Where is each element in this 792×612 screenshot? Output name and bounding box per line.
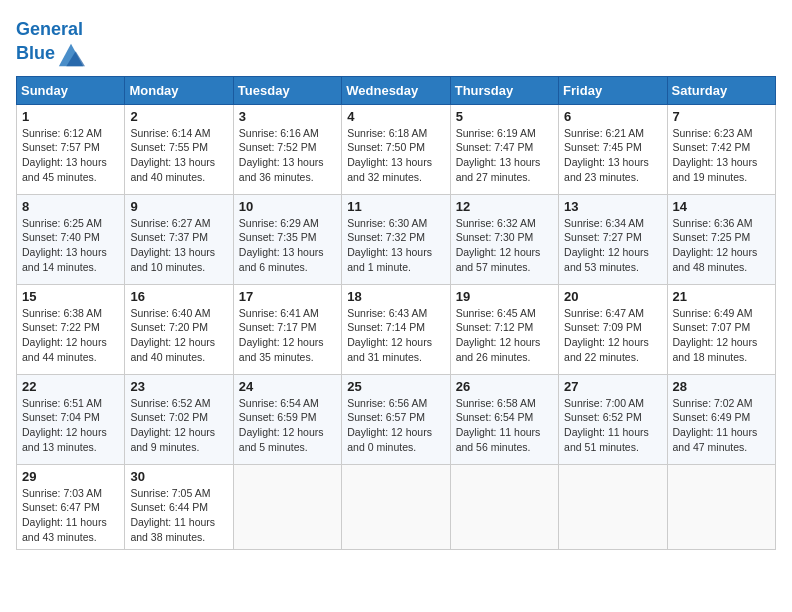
calendar-cell: 11Sunrise: 6:30 AMSunset: 7:32 PMDayligh… — [342, 194, 450, 284]
calendar-cell: 7Sunrise: 6:23 AMSunset: 7:42 PMDaylight… — [667, 104, 775, 194]
calendar: SundayMondayTuesdayWednesdayThursdayFrid… — [16, 76, 776, 550]
calendar-cell: 26Sunrise: 6:58 AMSunset: 6:54 PMDayligh… — [450, 374, 558, 464]
day-info: Sunrise: 6:18 AMSunset: 7:50 PMDaylight:… — [347, 126, 444, 185]
calendar-cell: 4Sunrise: 6:18 AMSunset: 7:50 PMDaylight… — [342, 104, 450, 194]
calendar-cell — [342, 464, 450, 549]
day-number: 18 — [347, 289, 444, 304]
calendar-cell: 14Sunrise: 6:36 AMSunset: 7:25 PMDayligh… — [667, 194, 775, 284]
calendar-cell: 19Sunrise: 6:45 AMSunset: 7:12 PMDayligh… — [450, 284, 558, 374]
day-number: 8 — [22, 199, 119, 214]
calendar-cell: 16Sunrise: 6:40 AMSunset: 7:20 PMDayligh… — [125, 284, 233, 374]
weekday-header-thursday: Thursday — [450, 76, 558, 104]
logo-icon — [57, 40, 85, 68]
day-info: Sunrise: 6:30 AMSunset: 7:32 PMDaylight:… — [347, 216, 444, 275]
day-info: Sunrise: 6:12 AMSunset: 7:57 PMDaylight:… — [22, 126, 119, 185]
calendar-cell: 25Sunrise: 6:56 AMSunset: 6:57 PMDayligh… — [342, 374, 450, 464]
day-number: 30 — [130, 469, 227, 484]
logo-text: General — [16, 20, 85, 40]
day-info: Sunrise: 6:25 AMSunset: 7:40 PMDaylight:… — [22, 216, 119, 275]
day-info: Sunrise: 6:36 AMSunset: 7:25 PMDaylight:… — [673, 216, 770, 275]
day-number: 6 — [564, 109, 661, 124]
calendar-cell: 5Sunrise: 6:19 AMSunset: 7:47 PMDaylight… — [450, 104, 558, 194]
day-info: Sunrise: 6:27 AMSunset: 7:37 PMDaylight:… — [130, 216, 227, 275]
day-info: Sunrise: 6:23 AMSunset: 7:42 PMDaylight:… — [673, 126, 770, 185]
calendar-cell — [559, 464, 667, 549]
day-number: 27 — [564, 379, 661, 394]
weekday-header-row: SundayMondayTuesdayWednesdayThursdayFrid… — [17, 76, 776, 104]
day-number: 13 — [564, 199, 661, 214]
calendar-cell: 22Sunrise: 6:51 AMSunset: 7:04 PMDayligh… — [17, 374, 125, 464]
day-number: 7 — [673, 109, 770, 124]
day-info: Sunrise: 6:56 AMSunset: 6:57 PMDaylight:… — [347, 396, 444, 455]
calendar-week-4: 22Sunrise: 6:51 AMSunset: 7:04 PMDayligh… — [17, 374, 776, 464]
calendar-cell: 18Sunrise: 6:43 AMSunset: 7:14 PMDayligh… — [342, 284, 450, 374]
calendar-cell: 24Sunrise: 6:54 AMSunset: 6:59 PMDayligh… — [233, 374, 341, 464]
day-info: Sunrise: 7:02 AMSunset: 6:49 PMDaylight:… — [673, 396, 770, 455]
calendar-cell: 20Sunrise: 6:47 AMSunset: 7:09 PMDayligh… — [559, 284, 667, 374]
calendar-cell: 3Sunrise: 6:16 AMSunset: 7:52 PMDaylight… — [233, 104, 341, 194]
day-info: Sunrise: 6:47 AMSunset: 7:09 PMDaylight:… — [564, 306, 661, 365]
day-info: Sunrise: 6:32 AMSunset: 7:30 PMDaylight:… — [456, 216, 553, 275]
calendar-cell: 23Sunrise: 6:52 AMSunset: 7:02 PMDayligh… — [125, 374, 233, 464]
day-number: 20 — [564, 289, 661, 304]
day-number: 29 — [22, 469, 119, 484]
day-info: Sunrise: 6:21 AMSunset: 7:45 PMDaylight:… — [564, 126, 661, 185]
calendar-cell — [233, 464, 341, 549]
calendar-cell: 10Sunrise: 6:29 AMSunset: 7:35 PMDayligh… — [233, 194, 341, 284]
calendar-cell: 30Sunrise: 7:05 AMSunset: 6:44 PMDayligh… — [125, 464, 233, 549]
logo: General Blue — [16, 20, 85, 68]
day-number: 19 — [456, 289, 553, 304]
weekday-header-friday: Friday — [559, 76, 667, 104]
day-number: 10 — [239, 199, 336, 214]
day-info: Sunrise: 6:51 AMSunset: 7:04 PMDaylight:… — [22, 396, 119, 455]
day-info: Sunrise: 6:58 AMSunset: 6:54 PMDaylight:… — [456, 396, 553, 455]
day-info: Sunrise: 6:40 AMSunset: 7:20 PMDaylight:… — [130, 306, 227, 365]
day-number: 12 — [456, 199, 553, 214]
calendar-week-5: 29Sunrise: 7:03 AMSunset: 6:47 PMDayligh… — [17, 464, 776, 549]
calendar-cell: 12Sunrise: 6:32 AMSunset: 7:30 PMDayligh… — [450, 194, 558, 284]
day-number: 9 — [130, 199, 227, 214]
day-number: 23 — [130, 379, 227, 394]
calendar-cell: 13Sunrise: 6:34 AMSunset: 7:27 PMDayligh… — [559, 194, 667, 284]
logo-blue: Blue — [16, 44, 55, 64]
calendar-cell — [667, 464, 775, 549]
calendar-cell: 29Sunrise: 7:03 AMSunset: 6:47 PMDayligh… — [17, 464, 125, 549]
day-number: 26 — [456, 379, 553, 394]
day-info: Sunrise: 6:52 AMSunset: 7:02 PMDaylight:… — [130, 396, 227, 455]
day-number: 15 — [22, 289, 119, 304]
weekday-header-wednesday: Wednesday — [342, 76, 450, 104]
weekday-header-sunday: Sunday — [17, 76, 125, 104]
calendar-week-2: 8Sunrise: 6:25 AMSunset: 7:40 PMDaylight… — [17, 194, 776, 284]
day-info: Sunrise: 6:34 AMSunset: 7:27 PMDaylight:… — [564, 216, 661, 275]
weekday-header-saturday: Saturday — [667, 76, 775, 104]
day-info: Sunrise: 6:38 AMSunset: 7:22 PMDaylight:… — [22, 306, 119, 365]
day-info: Sunrise: 6:41 AMSunset: 7:17 PMDaylight:… — [239, 306, 336, 365]
day-number: 14 — [673, 199, 770, 214]
day-number: 25 — [347, 379, 444, 394]
day-number: 22 — [22, 379, 119, 394]
calendar-cell: 27Sunrise: 7:00 AMSunset: 6:52 PMDayligh… — [559, 374, 667, 464]
day-info: Sunrise: 6:45 AMSunset: 7:12 PMDaylight:… — [456, 306, 553, 365]
calendar-cell: 6Sunrise: 6:21 AMSunset: 7:45 PMDaylight… — [559, 104, 667, 194]
header: General Blue — [16, 16, 776, 68]
weekday-header-monday: Monday — [125, 76, 233, 104]
calendar-cell: 15Sunrise: 6:38 AMSunset: 7:22 PMDayligh… — [17, 284, 125, 374]
day-number: 11 — [347, 199, 444, 214]
calendar-week-3: 15Sunrise: 6:38 AMSunset: 7:22 PMDayligh… — [17, 284, 776, 374]
calendar-cell: 9Sunrise: 6:27 AMSunset: 7:37 PMDaylight… — [125, 194, 233, 284]
calendar-week-1: 1Sunrise: 6:12 AMSunset: 7:57 PMDaylight… — [17, 104, 776, 194]
day-info: Sunrise: 7:00 AMSunset: 6:52 PMDaylight:… — [564, 396, 661, 455]
weekday-header-tuesday: Tuesday — [233, 76, 341, 104]
day-info: Sunrise: 6:29 AMSunset: 7:35 PMDaylight:… — [239, 216, 336, 275]
calendar-cell: 8Sunrise: 6:25 AMSunset: 7:40 PMDaylight… — [17, 194, 125, 284]
day-info: Sunrise: 6:16 AMSunset: 7:52 PMDaylight:… — [239, 126, 336, 185]
calendar-cell: 21Sunrise: 6:49 AMSunset: 7:07 PMDayligh… — [667, 284, 775, 374]
day-info: Sunrise: 7:03 AMSunset: 6:47 PMDaylight:… — [22, 486, 119, 545]
day-number: 1 — [22, 109, 119, 124]
day-number: 17 — [239, 289, 336, 304]
day-number: 24 — [239, 379, 336, 394]
day-info: Sunrise: 6:49 AMSunset: 7:07 PMDaylight:… — [673, 306, 770, 365]
day-info: Sunrise: 6:19 AMSunset: 7:47 PMDaylight:… — [456, 126, 553, 185]
day-number: 21 — [673, 289, 770, 304]
day-info: Sunrise: 6:54 AMSunset: 6:59 PMDaylight:… — [239, 396, 336, 455]
